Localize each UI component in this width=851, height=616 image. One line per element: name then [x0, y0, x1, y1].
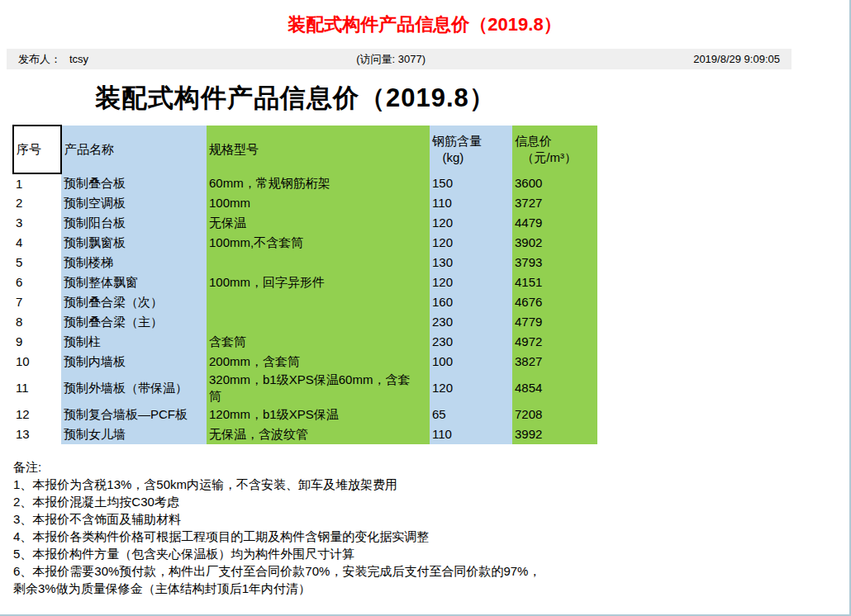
cell-name: 预制阳台板 — [61, 213, 207, 233]
table-row: 5预制楼梯1303793 — [13, 253, 597, 272]
cell-price: 4854 — [512, 372, 597, 405]
info-bar: 发布人：tcsy (访问量: 3077) 2019/8/29 9:09:05 — [7, 49, 792, 69]
header-steel-content: 钢筋含量 (kg) — [430, 126, 512, 173]
cell-name: 预制叠合梁（主） — [61, 312, 207, 332]
cell-spec: 200mm，含套筒 — [207, 352, 430, 372]
cell-steel: 230 — [430, 332, 512, 352]
visit-count: (访问量: 3077) — [356, 52, 426, 67]
table-row: 12预制复合墙板—PCF板120mm，b1级XPS保温657208 — [13, 405, 597, 424]
cell-spec: 100mm — [207, 193, 430, 213]
cell-name: 预制空调板 — [61, 193, 207, 213]
cell-name: 预制外墙板（带保温） — [61, 372, 207, 405]
page: 装配式构件产品信息价（2019.8） 发布人：tcsy (访问量: 3077) … — [0, 0, 851, 616]
cell-seq: 9 — [13, 332, 61, 352]
cell-steel: 120 — [430, 272, 512, 292]
cell-steel: 100 — [430, 352, 512, 372]
cell-seq: 12 — [13, 405, 61, 424]
cell-name: 预制内墙板 — [61, 352, 207, 372]
cell-price: 4779 — [512, 312, 597, 332]
header-info-price: 信息价 （元/m³） — [512, 126, 597, 173]
note-item: 5、本报价构件方量（包含夹心保温板）均为构件外围尺寸计算 — [13, 545, 542, 562]
cell-price: 4151 — [512, 272, 597, 292]
cell-seq: 4 — [13, 233, 61, 253]
cell-steel: 130 — [430, 253, 512, 272]
cell-spec: 120mm，b1级XPS保温 — [207, 405, 430, 424]
cell-price: 3727 — [512, 193, 597, 213]
cell-price: 4972 — [512, 332, 597, 352]
cell-spec: 含套筒 — [207, 332, 430, 352]
cell-spec: 60mm，常规钢筋桁架 — [207, 173, 430, 193]
cell-steel: 150 — [430, 173, 512, 193]
cell-spec: 100mm,不含套筒 — [207, 233, 430, 253]
table-header-row: 序号 产品名称 规格型号 钢筋含量 (kg) 信息价 （元/m³） — [13, 126, 597, 173]
table-row: 13预制女儿墙无保温，含波纹管1103992 — [13, 424, 597, 444]
cell-seq: 11 — [13, 372, 61, 405]
cell-steel: 110 — [430, 424, 512, 444]
cell-spec — [207, 312, 430, 332]
cell-price: 3793 — [512, 253, 597, 272]
table-row: 3预制阳台板无保温1204479 — [13, 213, 597, 233]
table-row: 6预制整体飘窗100mm，回字异形件1204151 — [13, 272, 597, 292]
price-table-body: 1预制叠合板60mm，常规钢筋桁架15036002预制空调板100mm11037… — [13, 173, 597, 444]
cell-spec: 100mm，回字异形件 — [207, 272, 430, 292]
note-item: 3、本报价不含饰面及辅助材料 — [13, 510, 542, 528]
header-spec: 规格型号 — [207, 126, 430, 173]
cell-steel: 65 — [430, 405, 512, 424]
cell-name: 预制整体飘窗 — [61, 272, 207, 292]
cell-spec: 无保温，含波纹管 — [207, 424, 430, 444]
table-row: 1预制叠合板60mm，常规钢筋桁架1503600 — [13, 173, 597, 193]
note-item: 1、本报价为含税13%，含50km内运输，不含安装、卸车及堆放架费用 — [13, 476, 542, 493]
table-row: 11预制外墙板（带保温）320mm，b1级XPS保温60mm，含套筒120485… — [13, 372, 597, 405]
page-title-red: 装配式构件产品信息价（2019.8） — [0, 12, 849, 37]
cell-name: 预制叠合板 — [61, 173, 207, 193]
cell-name: 预制楼梯 — [61, 253, 207, 272]
cell-price: 3902 — [512, 233, 597, 253]
cell-seq: 5 — [13, 253, 61, 272]
cell-steel: 120 — [430, 213, 512, 233]
publisher-value: tcsy — [69, 53, 88, 65]
table-row: 7预制叠合梁（次）1604676 — [13, 292, 597, 312]
cell-steel: 160 — [430, 292, 512, 312]
cell-steel: 110 — [430, 193, 512, 213]
cell-steel: 230 — [430, 312, 512, 332]
cell-name: 预制女儿墙 — [61, 424, 207, 444]
cell-seq: 8 — [13, 312, 61, 332]
price-table: 序号 产品名称 规格型号 钢筋含量 (kg) 信息价 （元/m³） 1预制叠合板… — [12, 125, 597, 444]
cell-spec: 无保温 — [207, 213, 430, 233]
cell-seq: 13 — [13, 424, 61, 444]
cell-spec: 320mm，b1级XPS保温60mm，含套筒 — [207, 372, 430, 405]
notes-section: 备注: 1、本报价为含税13%，含50km内运输，不含安装、卸车及堆放架费用2、… — [13, 458, 542, 597]
notes-list: 1、本报价为含税13%，含50km内运输，不含安装、卸车及堆放架费用2、本报价混… — [13, 476, 542, 597]
cell-seq: 3 — [13, 213, 61, 233]
table-row: 9预制柱含套筒2304972 — [13, 332, 597, 352]
cell-price: 3992 — [512, 424, 597, 444]
header-seq: 序号 — [13, 126, 61, 173]
cell-steel: 120 — [430, 372, 512, 405]
header-product-name: 产品名称 — [61, 126, 207, 173]
publisher: 发布人：tcsy — [18, 52, 88, 67]
cell-name: 预制柱 — [61, 332, 207, 352]
cell-price: 4479 — [512, 213, 597, 233]
cell-name: 预制飘窗板 — [61, 233, 207, 253]
cell-steel: 120 — [430, 233, 512, 253]
table-row: 2预制空调板100mm1103727 — [13, 193, 597, 213]
publisher-label: 发布人： — [18, 53, 61, 65]
notes-title: 备注: — [13, 458, 542, 476]
note-item: 4、本报价各类构件价格可根据工程项目的工期及构件含钢量的变化据实调整 — [13, 528, 542, 545]
cell-seq: 10 — [13, 352, 61, 372]
publish-datetime: 2019/8/29 9:09:05 — [693, 53, 780, 65]
cell-name: 预制叠合梁（次） — [61, 292, 207, 312]
table-row: 4预制飘窗板100mm,不含套筒1203902 — [13, 233, 597, 253]
cell-seq: 7 — [13, 292, 61, 312]
cell-price: 7208 — [512, 405, 597, 424]
cell-spec — [207, 292, 430, 312]
cell-name: 预制复合墙板—PCF板 — [61, 405, 207, 424]
cell-price: 4676 — [512, 292, 597, 312]
note-item: 2、本报价混凝土均按C30考虑 — [13, 493, 542, 510]
cell-seq: 6 — [13, 272, 61, 292]
cell-spec — [207, 253, 430, 272]
table-row: 10预制内墙板200mm，含套筒1003827 — [13, 352, 597, 372]
cell-seq: 1 — [13, 173, 61, 193]
cell-price: 3827 — [512, 352, 597, 372]
table-row: 8预制叠合梁（主）2304779 — [13, 312, 597, 332]
